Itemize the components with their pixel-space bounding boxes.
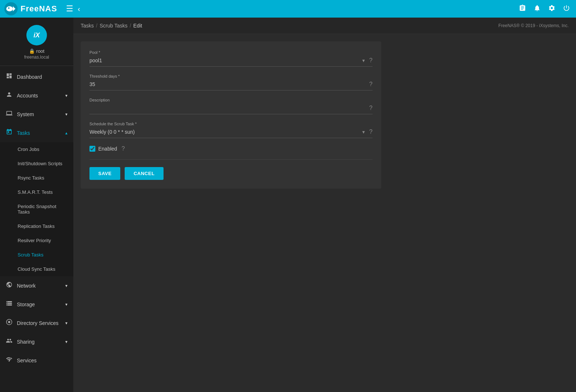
tasks-icon [6, 129, 12, 137]
directory-services-icon [6, 319, 12, 327]
brand-label: FreeNAS [21, 4, 57, 14]
topbar-actions [519, 4, 570, 14]
copyright: FreeNAS® © 2019 - iXsystems, Inc. [498, 23, 569, 28]
breadcrumb-sep-2: / [130, 23, 131, 29]
storage-chevron-icon: ▾ [65, 302, 67, 307]
sidebar-item-sharing[interactable]: Sharing ▾ [0, 332, 73, 351]
threshold-control-wrapper: ? [89, 80, 373, 90]
avatar-text: iX [33, 32, 40, 39]
sidebar-item-directory-services[interactable]: Directory Services ▾ [0, 314, 73, 332]
system-chevron-icon: ▾ [65, 112, 67, 117]
schedule-field-group: Schedule the Scrub Task * Weekly (0 0 * … [89, 122, 373, 138]
network-icon [6, 281, 12, 290]
schedule-help-icon[interactable]: ? [369, 129, 373, 135]
freenas-logo-icon [4, 2, 18, 15]
cancel-button[interactable]: CANCEL [125, 167, 163, 180]
sidebar-item-storage[interactable]: Storage ▾ [0, 295, 73, 314]
enabled-checkbox[interactable] [89, 146, 95, 152]
sidebar-subitem-resilver-priority[interactable]: Resilver Priority [0, 233, 73, 248]
enabled-help-icon[interactable]: ? [121, 145, 125, 152]
sidebar-item-network[interactable]: Network ▾ [0, 276, 73, 295]
breadcrumb-edit: Edit [133, 23, 142, 29]
svg-point-3 [8, 7, 10, 9]
avatar: iX [26, 25, 47, 45]
pool-select[interactable]: pool1 [89, 56, 362, 65]
svg-point-5 [8, 321, 10, 323]
sidebar-item-accounts-label: Accounts [17, 93, 61, 99]
threshold-label: Threshold days * [89, 74, 373, 78]
tasks-chevron-icon: ▴ [65, 130, 67, 136]
sidebar: iX 🔒 root freenas.local Dashboard Accoun… [0, 18, 73, 392]
sidebar-subitem-scrub-tasks[interactable]: Scrub Tasks [0, 248, 73, 262]
sidebar-item-storage-label: Storage [17, 302, 61, 307]
hostname: freenas.local [24, 55, 49, 60]
sharing-chevron-icon: ▾ [65, 339, 67, 344]
sidebar-item-dashboard[interactable]: Dashboard [0, 67, 73, 86]
sidebar-subitem-smart-tests[interactable]: S.M.A.R.T. Tests [0, 185, 73, 199]
threshold-field-group: Threshold days * ? [89, 74, 373, 90]
threshold-input[interactable] [89, 80, 366, 89]
network-chevron-icon: ▾ [65, 283, 67, 288]
threshold-help-icon[interactable]: ? [369, 81, 373, 88]
description-label: Description [89, 98, 373, 102]
sidebar-profile: iX 🔒 root freenas.local [0, 18, 73, 66]
sidebar-item-services[interactable]: Services [0, 351, 73, 370]
sidebar-item-network-label: Network [17, 283, 61, 289]
description-help-icon[interactable]: ? [369, 105, 373, 111]
description-control-wrapper: ? [89, 104, 373, 114]
description-input[interactable] [89, 104, 366, 112]
breadcrumb-scrub-tasks[interactable]: Scrub Tasks [100, 23, 128, 29]
main: Tasks / Scrub Tasks / Edit FreeNAS® © 20… [73, 18, 576, 392]
power-icon[interactable] [563, 4, 570, 14]
schedule-control-wrapper: Weekly (0 0 * * sun) ▾ ? [89, 127, 373, 138]
tasks-subitems: Cron Jobs Init/Shutdown Scripts Rsync Ta… [0, 142, 73, 276]
sidebar-subitem-periodic-snapshot[interactable]: Periodic Snapshot Tasks [0, 199, 73, 219]
description-field-group: Description ? [89, 98, 373, 114]
form-card: Pool * pool1 ▾ ? Threshold days * [81, 41, 381, 189]
sidebar-subitem-replication-tasks[interactable]: Replication Tasks [0, 219, 73, 233]
enabled-row: Enabled ? [89, 145, 373, 152]
clipboard-icon[interactable] [519, 4, 526, 14]
schedule-label: Schedule the Scrub Task * [89, 122, 373, 126]
sidebar-item-system-label: System [17, 111, 61, 117]
sidebar-item-sharing-label: Sharing [17, 339, 61, 345]
directory-chevron-icon: ▾ [65, 321, 67, 326]
pool-help-icon[interactable]: ? [369, 57, 373, 64]
back-chevron-icon[interactable]: ‹ [78, 5, 80, 13]
system-icon [6, 110, 12, 118]
sidebar-item-directory-services-label: Directory Services [17, 320, 61, 326]
button-row: SAVE CANCEL [89, 167, 373, 180]
gear-icon[interactable] [548, 4, 555, 14]
sidebar-subitem-rsync-tasks[interactable]: Rsync Tasks [0, 171, 73, 185]
breadcrumb-tasks[interactable]: Tasks [81, 23, 94, 29]
pool-label: Pool * [89, 50, 373, 55]
form-divider [89, 159, 373, 160]
sidebar-nav: Dashboard Accounts ▾ System ▾ [0, 66, 73, 392]
enabled-label: Enabled [98, 146, 117, 152]
sidebar-item-services-label: Services [17, 358, 67, 363]
accounts-chevron-icon: ▾ [65, 93, 67, 98]
schedule-select[interactable]: Weekly (0 0 * * sun) [89, 127, 362, 136]
sidebar-item-system[interactable]: System ▾ [0, 105, 73, 123]
sidebar-item-accounts[interactable]: Accounts ▾ [0, 86, 73, 105]
breadcrumb-sep-1: / [96, 23, 98, 29]
schedule-dropdown-arrow-icon: ▾ [362, 129, 365, 135]
logo: FreeNAS [4, 2, 57, 15]
save-button[interactable]: SAVE [89, 167, 120, 180]
sidebar-subitem-cloud-sync[interactable]: Cloud Sync Tasks [0, 262, 73, 276]
username-label: root [36, 48, 44, 54]
breadcrumb: Tasks / Scrub Tasks / Edit [81, 23, 142, 29]
sidebar-item-tasks-label: Tasks [17, 130, 61, 136]
bell-icon[interactable] [533, 4, 541, 14]
sidebar-item-tasks[interactable]: Tasks ▴ [0, 123, 73, 142]
breadcrumb-bar: Tasks / Scrub Tasks / Edit FreeNAS® © 20… [73, 18, 576, 34]
hamburger-icon[interactable]: ☰ [66, 4, 73, 14]
sidebar-subitem-cron-jobs[interactable]: Cron Jobs [0, 142, 73, 156]
dashboard-icon [6, 73, 12, 81]
username: 🔒 root [29, 48, 44, 54]
sidebar-subitem-init-shutdown[interactable]: Init/Shutdown Scripts [0, 156, 73, 171]
topbar: FreeNAS ☰ ‹ [0, 0, 576, 18]
pool-dropdown-arrow-icon: ▾ [362, 58, 365, 63]
pool-control-wrapper: pool1 ▾ ? [89, 56, 373, 67]
services-icon [6, 356, 12, 365]
